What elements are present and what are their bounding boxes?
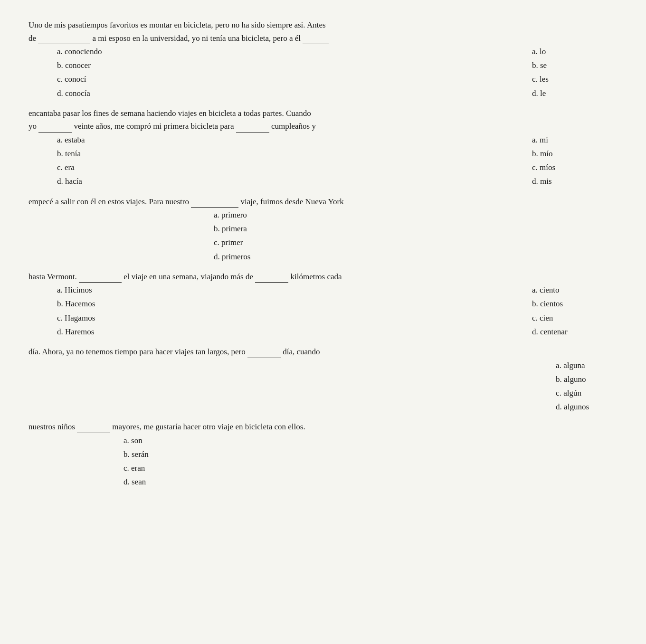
blank-2 bbox=[303, 37, 329, 44]
q4-option-a: a. mi bbox=[532, 133, 589, 146]
q7-options: a. ciento b. cientos c. cien d. centenar bbox=[532, 284, 589, 339]
text-line2a: de bbox=[28, 34, 36, 43]
q4-options: a. mi b. mío c. míos d. mis bbox=[532, 133, 589, 189]
q2-option-b: b. se bbox=[532, 59, 589, 72]
q7-option-c: c. cien bbox=[532, 312, 589, 324]
passage-line-2: de a mi esposo en la universidad, yo ni … bbox=[28, 32, 618, 45]
blank-5 bbox=[191, 200, 238, 208]
section-3: empecé a salir con él en estos viajes. P… bbox=[28, 196, 618, 264]
section-1: Uno de mis pasatiempos favoritos es mont… bbox=[28, 19, 618, 101]
q1-option-d: d. conocía bbox=[57, 87, 162, 100]
q5-option-d: d. primeros bbox=[214, 250, 250, 263]
text-line4b: veinte años, me compró mi primera bicicl… bbox=[74, 122, 234, 131]
section-5: día. Ahora, ya no tenemos tiempo para ha… bbox=[28, 346, 618, 414]
q3-option-b: b. tenía bbox=[57, 147, 162, 160]
text-line5b: viaje, fuimos desde Nueva York bbox=[240, 197, 343, 206]
passage-line-3: encantaba pasar los fines de semana haci… bbox=[28, 107, 618, 120]
q7-option-d: d. centenar bbox=[532, 325, 589, 338]
q6-option-d: d. Haremos bbox=[57, 325, 162, 338]
q3-option-d: d. hacía bbox=[57, 175, 162, 188]
q6-options: a. Hicimos b. Hacemos c. Hagamos d. Hare… bbox=[57, 284, 162, 339]
text-line4c: cumpleaños y bbox=[271, 122, 316, 131]
q9-option-d: d. sean bbox=[124, 475, 149, 488]
q3-option-a: a. estaba bbox=[57, 133, 162, 146]
q8-options: a. alguna b. alguno c. algún d. algunos bbox=[556, 359, 589, 415]
q5-options: a. primero b. primera c. primer d. prime… bbox=[214, 208, 250, 264]
q5-options-container: a. primero b. primera c. primer d. prime… bbox=[28, 208, 618, 264]
q7-option-b: b. cientos bbox=[532, 297, 589, 310]
q5-option-b: b. primera bbox=[214, 222, 250, 235]
q8-option-a: a. alguna bbox=[556, 359, 589, 372]
blank-7 bbox=[255, 275, 288, 283]
q5-option-a: a. primero bbox=[214, 208, 250, 221]
text-line7b: día, cuando bbox=[283, 347, 320, 356]
q6-option-a: a. Hicimos bbox=[57, 284, 162, 296]
q1-q2-options: a. conociendo b. conocer c. conocí d. co… bbox=[28, 45, 618, 101]
q6-option-c: c. Hagamos bbox=[57, 312, 162, 324]
q8-option-c: c. algún bbox=[556, 387, 589, 399]
q1-options: a. conociendo b. conocer c. conocí d. co… bbox=[57, 45, 162, 101]
section-2: encantaba pasar los fines de semana haci… bbox=[28, 107, 618, 189]
blank-4 bbox=[236, 125, 269, 133]
q9-option-c: c. eran bbox=[124, 462, 149, 474]
q8-option-d: d. algunos bbox=[556, 400, 589, 413]
q2-option-c: c. les bbox=[532, 73, 589, 85]
text-line3: encantaba pasar los fines de semana haci… bbox=[28, 109, 311, 118]
q6-option-b: b. Hacemos bbox=[57, 297, 162, 310]
passage-line-4: yo veinte años, me compró mi primera bic… bbox=[28, 120, 618, 133]
passage-line-1: Uno de mis pasatiempos favoritos es mont… bbox=[28, 19, 618, 31]
q4-option-d: d. mis bbox=[532, 175, 589, 188]
q9-option-b: b. serán bbox=[124, 448, 149, 461]
q3-options: a. estaba b. tenía c. era d. hacía bbox=[57, 133, 162, 189]
q1-option-c: c. conocí bbox=[57, 73, 162, 85]
q5-option-c: c. primer bbox=[214, 236, 250, 249]
text-line7a: día. Ahora, ya no tenemos tiempo para ha… bbox=[28, 347, 246, 356]
section-4: hasta Vermont. el viaje en una semana, v… bbox=[28, 271, 618, 339]
text-line8a: nuestros niños bbox=[28, 422, 75, 431]
q7-option-a: a. ciento bbox=[532, 284, 589, 296]
passage-line-5: empecé a salir con él en estos viajes. P… bbox=[28, 196, 618, 208]
blank-9 bbox=[77, 426, 110, 433]
q3-q4-options: a. estaba b. tenía c. era d. hacía a. mi… bbox=[28, 133, 618, 189]
q1-option-a: a. conociendo bbox=[57, 45, 162, 58]
q3-option-c: c. era bbox=[57, 161, 162, 174]
q2-option-a: a. lo bbox=[532, 45, 589, 58]
q2-options: a. lo b. se c. les d. le bbox=[532, 45, 589, 101]
q1-option-b: b. conocer bbox=[57, 59, 162, 72]
text-line6b: el viaje en una semana, viajando más de bbox=[124, 272, 253, 281]
passage-line-6: hasta Vermont. el viaje en una semana, v… bbox=[28, 271, 618, 283]
blank-8 bbox=[247, 350, 281, 358]
q9-option-a: a. son bbox=[124, 434, 149, 447]
q8-option-b: b. alguno bbox=[556, 373, 589, 386]
q4-option-b: b. mío bbox=[532, 147, 589, 160]
q2-option-d: d. le bbox=[532, 87, 589, 100]
blank-1 bbox=[38, 37, 90, 44]
text-line2b: a mi esposo en la universidad, yo ni ten… bbox=[93, 34, 301, 43]
text-line6a: hasta Vermont. bbox=[28, 272, 77, 281]
q4-option-c: c. míos bbox=[532, 161, 589, 174]
q9-options-container: a. son b. serán c. eran d. sean bbox=[28, 434, 618, 490]
q6-q7-options: a. Hicimos b. Hacemos c. Hagamos d. Hare… bbox=[28, 284, 618, 339]
text-line4a: yo bbox=[28, 122, 37, 131]
q8-options-container: a. alguna b. alguno c. algún d. algunos bbox=[28, 359, 618, 415]
blank-3 bbox=[38, 125, 72, 133]
blank-6 bbox=[79, 275, 122, 283]
text-line6c: kilómetros cada bbox=[291, 272, 342, 281]
text-line8b: mayores, me gustaría hacer otro viaje en… bbox=[112, 422, 305, 431]
q9-options: a. son b. serán c. eran d. sean bbox=[124, 434, 149, 490]
passage-line-7: día. Ahora, ya no tenemos tiempo para ha… bbox=[28, 346, 618, 358]
text-line5a: empecé a salir con él en estos viajes. P… bbox=[28, 197, 189, 206]
section-6: nuestros niños mayores, me gustaría hace… bbox=[28, 421, 618, 489]
passage-line-8: nuestros niños mayores, me gustaría hace… bbox=[28, 421, 618, 433]
text-line1: Uno de mis pasatiempos favoritos es mont… bbox=[28, 20, 326, 29]
